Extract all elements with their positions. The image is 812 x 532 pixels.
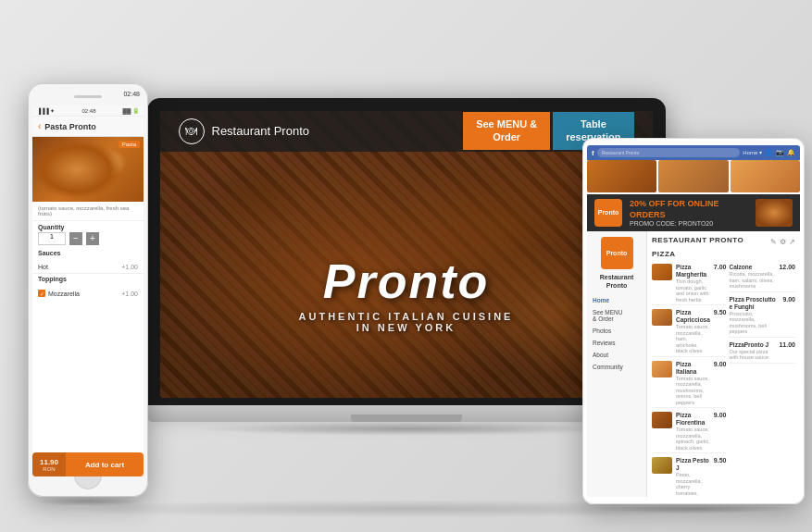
promo-code: PROMO CODE: PRONTO20 (630, 220, 748, 227)
pizza-menu-grid: Pizza Margherita Thin dough, tomato, gar… (652, 262, 795, 497)
quantity-section: Quantity 1 − + (32, 221, 144, 248)
main-scene: 🍽 Restaurant Pronto See MENU & Order Tab… (0, 0, 812, 532)
mozzarella-checkbox-label[interactable]: ✓ Mozzarella (38, 290, 80, 297)
quantity-input[interactable]: 1 (38, 232, 66, 245)
tablet-screen: f Restaurant Pronto Home ▾ 👤 📷 🔔 (587, 145, 800, 497)
item-desc-1: Thin dough, tomato, garlic and onion wit… (676, 278, 710, 303)
pizza-left-col: Pizza Margherita Thin dough, tomato, gar… (652, 262, 726, 497)
restaurant-section-title: RESTAURANT PRONTO (652, 236, 743, 244)
item-price-pizzapronto: 11.00 (779, 341, 795, 348)
item-desc-2: Tomato sauce, mozzarella, ham, artichoke… (676, 324, 710, 354)
sidebar-item-photos[interactable]: Photos (587, 325, 646, 337)
menu-info-calzone: Calzone Ricotta, mozzarella, ham, salami… (729, 264, 775, 290)
fb-header: f Restaurant Pronto Home ▾ 👤 📷 🔔 (587, 145, 800, 160)
promo-food-image (756, 199, 793, 227)
fb-search-text: Restaurant Pronto (602, 150, 640, 155)
food-badge: Pasta (119, 141, 140, 148)
battery-icon: ▓▓ 🔋 (123, 107, 139, 114)
item-desc-pizzapronto: Our special pizza with house sauce (729, 349, 775, 361)
sauce-select-row: Hot +1.00 (32, 261, 144, 274)
sidebar-item-about[interactable]: About (587, 349, 646, 361)
sidebar-item-community[interactable]: Community (587, 361, 646, 373)
item-price-prosciutto: 9.00 (782, 296, 795, 303)
fb-restaurant-logo: Pronto (601, 237, 633, 269)
fb-user-icon[interactable]: 👤 (765, 149, 773, 156)
nav-logo-icon: 🍽 (179, 118, 205, 144)
menu-info-prosciutto: Pizza Prosciutto e Funghi Prosciutto, mo… (729, 296, 779, 335)
laptop-screen-inner: 🍽 Restaurant Pronto See MENU & Order Tab… (160, 111, 653, 398)
item-name-5: Pizza Pesto J (676, 457, 710, 472)
item-desc-calzone: Ricotta, mozzarella, ham, salami, olives… (729, 271, 775, 290)
sidebar-item-home[interactable]: Home (587, 294, 646, 306)
phone-time-status: 02:48 (81, 108, 95, 114)
site-navbar: 🍽 Restaurant Pronto See MENU & Order Tab… (160, 111, 653, 152)
item-desc-3: Tomato sauce, mozzarella, mushrooms, oni… (676, 376, 710, 406)
back-arrow-icon[interactable]: ‹ (38, 121, 41, 131)
promo-percent: 20% OFF (630, 199, 666, 208)
quantity-row: 1 − + (38, 232, 138, 245)
fb-section-header: RESTAURANT PRONTO ✎ ⚙ ↗ (652, 236, 795, 248)
sauces-section: Sauces (32, 248, 144, 261)
item-name-2: Pizza Capricciosa (676, 309, 710, 324)
promo-main: 20% OFF FOR ONLINE ORDERS (630, 199, 748, 220)
menu-info-1: Pizza Margherita Thin dough, tomato, gar… (676, 264, 710, 303)
see-menu-button[interactable]: See MENU & Order (463, 112, 550, 149)
menu-item-margherita: Pizza Margherita Thin dough, tomato, gar… (652, 262, 726, 305)
fb-settings-icon[interactable]: ⚙ (780, 238, 786, 246)
cart-price: 11.90 RON (32, 452, 66, 457)
mozzarella-checkbox[interactable]: ✓ (38, 290, 45, 297)
mozzarella-price: +1.00 (121, 291, 138, 297)
restaurant-website: 🍽 Restaurant Pronto See MENU & Order Tab… (160, 111, 653, 398)
phone-top-bar: 02:48 (32, 91, 144, 102)
phone-device: 02:48 ▐▐▐ ✦ 02:48 ▓▓ 🔋 ‹ Pasta Pronto Pa… (28, 83, 148, 497)
mozzarella-label: Mozzarella (48, 291, 80, 297)
quantity-minus-button[interactable]: − (69, 232, 82, 245)
hero-title: Pronto (160, 257, 653, 305)
sidebar-item-menu[interactable]: See MENU& Order (587, 306, 646, 325)
fb-share-icon[interactable]: ↗ (789, 238, 795, 246)
item-desc-4: Tomato sauce, mozzarella, spinach, garli… (676, 427, 710, 451)
quantity-plus-button[interactable]: + (86, 232, 99, 245)
fb-cover-photo-2 (658, 160, 728, 192)
item-price-1: 7.00 (714, 264, 727, 270)
pizza-right-col: Calzone Ricotta, mozzarella, ham, salami… (729, 262, 795, 497)
menu-thumb-4 (652, 412, 672, 428)
fb-sidebar: Pronto Restaurant Pronto Home See MENU& … (587, 231, 647, 497)
sauces-label: Sauces (38, 250, 138, 256)
fb-bell-icon[interactable]: 🔔 (787, 149, 795, 156)
promo-logo: Pronto (594, 199, 622, 227)
item-name-3: Pizza Italiana (676, 361, 710, 376)
fb-restaurant-logo-text: Pronto (606, 250, 628, 256)
phone-speaker (74, 95, 102, 98)
item-name-4: Pizza Fiorentina (676, 412, 710, 427)
fb-edit-icon[interactable]: ✎ (770, 238, 777, 246)
menu-item-pesto: Pizza Pesto J Pesto, mozzarella, cherry … (652, 455, 726, 497)
item-price-2: 9.50 (714, 309, 727, 315)
item-name-pizzapronto: PizzaPronto J (729, 341, 775, 349)
fb-photo-icon[interactable]: 📷 (776, 149, 784, 156)
menu-thumb-5 (652, 457, 672, 474)
fb-action-icons: ✎ ⚙ ↗ (770, 238, 795, 246)
hero-content: Pronto AUTHENTIC ITALIAN CUISINEIN NEW Y… (160, 257, 653, 333)
menu-thumb-1 (652, 264, 672, 280)
fb-home-icon[interactable]: Home ▾ (743, 149, 762, 156)
item-desc-prosciutto: Prosciutto, mozzarella, mushrooms, bell … (729, 311, 779, 335)
sidebar-item-reviews[interactable]: Reviews (587, 337, 646, 349)
promo-text: 20% OFF FOR ONLINE ORDERS PROMO CODE: PR… (630, 199, 748, 227)
item-name-1: Pizza Margherita (676, 264, 710, 278)
menu-info-3: Pizza Italiana Tomato sauce, mozzarella,… (676, 361, 710, 406)
menu-info-pizzapronto: PizzaPronto J Our special pizza with hou… (729, 341, 775, 361)
item-name-prosciutto: Pizza Prosciutto e Funghi (729, 296, 779, 311)
pizza-section-title: PIZZA (652, 250, 795, 258)
add-to-cart-button[interactable]: 11.90 RON Add to cart (32, 452, 144, 457)
sauce-value: Hot (38, 264, 48, 270)
menu-item-pizzapronto: PizzaPronto J Our special pizza with hou… (729, 340, 795, 364)
fb-search[interactable]: Restaurant Pronto (597, 148, 741, 157)
fb-logo: f (592, 149, 594, 157)
phone-description: (tomato sauce, mozzarella, fresh sea fru… (32, 202, 144, 221)
fb-cover-photo-3 (731, 160, 800, 192)
promo-logo-text: Pronto (598, 209, 619, 217)
fb-promo-banner: Pronto 20% OFF FOR ONLINE ORDERS PROMO C… (587, 194, 800, 231)
menu-info-4: Pizza Fiorentina Tomato sauce, mozzarell… (676, 412, 710, 451)
phone-app-header: ‹ Pasta Pronto (32, 117, 144, 137)
